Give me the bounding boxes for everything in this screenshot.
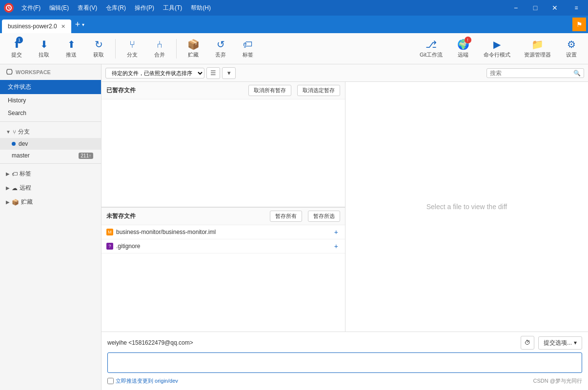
pull-button[interactable]: ⬇ 拉取 [31, 37, 57, 60]
menu-repo[interactable]: 仓库(R) [102, 2, 130, 14]
menu-file[interactable]: 文件(F) [18, 2, 44, 14]
tab-business-power[interactable]: business-power2.0 ✕ [2, 20, 71, 33]
push-button[interactable]: ⬆ 推送 [59, 37, 84, 60]
menu-bar: 文件(F) 编辑(E) 查看(V) 仓库(R) 操作(P) 工具(T) 帮助(H… [18, 2, 506, 14]
branch-item-dev[interactable]: dev [0, 138, 101, 150]
merge-button[interactable]: ⑃ 合并 [147, 37, 172, 60]
discard-button[interactable]: ↺ 丢弃 [208, 37, 233, 60]
right-toolbar: ⎇ Git工作流 🌍 ! 远端 ▶ 命令行模式 📁 资源管理器 ⚙ 设置 [414, 37, 584, 60]
menu-action[interactable]: 操作(P) [131, 2, 158, 14]
staged-files-list [101, 99, 345, 207]
branches-icon: ⑂ [13, 129, 16, 136]
staged-header: 已暂存文件 取消所有暂存 取消选定暂存 [101, 82, 345, 99]
commit-options-label: 提交选项... [544, 339, 572, 347]
remote-button[interactable]: 🌍 ! 远端 [450, 37, 476, 60]
commit-area: weiyihe <1581622479@qq.com> ⏱ 提交选项... ▾ … [101, 332, 588, 390]
search-input[interactable] [490, 70, 573, 77]
unstaged-header: 未暂存文件 暂存所有 暂存所选 [101, 207, 345, 225]
title-bar: 文件(F) 编辑(E) 查看(V) 仓库(R) 操作(P) 工具(T) 帮助(H… [0, 0, 588, 16]
tags-icon: 🏷 [12, 171, 18, 177]
menu-view[interactable]: 查看(V) [74, 2, 101, 14]
cancel-selected-staged-button[interactable]: 取消选定暂存 [297, 85, 340, 96]
content-area: 待定的文件，已依照文件状态排序 ☰ ▾ 🔍 已暂存文件 取消所有暂存 取消选定暂… [101, 64, 588, 390]
stage-file-iml-button[interactable]: + [332, 228, 340, 236]
commit-message-input[interactable] [107, 352, 582, 373]
file-item-gitignore[interactable]: ? .gitignore + [101, 239, 345, 254]
sidebar-section-remotes[interactable]: ▶ ☁ 远程 [0, 180, 101, 194]
close-button[interactable]: ✕ [545, 0, 565, 16]
footer-credit: CSDN @梦与光同行 [533, 377, 582, 385]
push-label: 推送 [66, 51, 77, 58]
branch-item-master[interactable]: master 211↑ [0, 150, 101, 161]
sidebar-item-history[interactable]: History [0, 94, 101, 107]
minimize-button[interactable]: − [506, 0, 526, 16]
tags-chevron: ▶ [6, 171, 10, 176]
commit-history-icon-button[interactable]: ⏱ [521, 336, 534, 350]
remotes-chevron: ▶ [6, 185, 10, 191]
stash-label: 贮藏 [188, 51, 199, 58]
remote-icon: 🌍 ! [457, 39, 469, 50]
search-icon: 🔍 [573, 70, 581, 77]
settings-label: 设置 [566, 51, 577, 58]
stage-all-button[interactable]: 暂存所有 [270, 211, 302, 222]
diff-panel: Select a file to view the diff [345, 82, 588, 332]
workspace-label: 🖵 WORKSPACE [0, 64, 101, 80]
commit-button[interactable]: ⬆ 1 提交 [4, 37, 29, 60]
commit-options-button[interactable]: 提交选项... ▾ [538, 336, 582, 350]
view-list-button[interactable]: ☰ [206, 67, 220, 79]
branches-chevron: ▼ [6, 129, 11, 135]
sidebar-divider-2 [0, 163, 101, 164]
diff-placeholder-text: Select a file to view the diff [426, 203, 507, 211]
file-toolbar: 待定的文件，已依照文件状态排序 ☰ ▾ 🔍 [101, 64, 588, 82]
panels-row: 已暂存文件 取消所有暂存 取消选定暂存 未暂存文件 暂存所有 暂存所选 [101, 82, 588, 332]
window-controls: − □ ✕ ≡ [506, 0, 584, 16]
sidebar-item-search[interactable]: Search [0, 107, 101, 119]
sidebar-item-file-status[interactable]: 文件状态 [0, 80, 101, 94]
sidebar-section-stashes[interactable]: ▶ 📦 贮藏 [0, 194, 101, 208]
menu-tools[interactable]: 工具(T) [159, 2, 186, 14]
fetch-button[interactable]: ↻ 获取 [86, 37, 111, 60]
gitflow-button[interactable]: ⎇ Git工作流 [414, 37, 448, 60]
branch-icon: ⑂ [129, 39, 135, 50]
push-after-commit-label: 立即推送变更到 origin/dev [116, 377, 178, 385]
menu-help[interactable]: 帮助(H) [187, 2, 215, 14]
push-after-commit-checkbox[interactable] [107, 378, 114, 384]
tab-dropdown-arrow[interactable]: ▾ [82, 22, 84, 27]
branch-dev-label: dev [19, 140, 28, 147]
main-toolbar: ⬆ 1 提交 ⬇ 拉取 ⬆ 推送 ↻ 获取 ⑂ 分支 ⑃ 合并 📦 贮藏 ↺ 丢… [0, 33, 588, 64]
tab-label: business-power2.0 [8, 23, 57, 30]
cancel-all-staged-button[interactable]: 取消所有暂存 [248, 85, 291, 96]
explorer-icon: 📁 [531, 39, 544, 50]
sidebar-divider-1 [0, 121, 101, 122]
explorer-button[interactable]: 📁 资源管理器 [518, 37, 557, 60]
new-tab-button[interactable]: + ▾ [75, 20, 85, 30]
settings-button[interactable]: ⚙ 设置 [559, 37, 584, 60]
sidebar-section-branches[interactable]: ▼ ⑂ 分支 [0, 124, 101, 138]
branch-button[interactable]: ⑂ 分支 [120, 37, 145, 60]
fetch-label: 获取 [93, 51, 104, 58]
merge-label: 合并 [154, 51, 165, 58]
app-logo [4, 3, 14, 13]
remotes-icon: ☁ [12, 185, 18, 192]
unstaged-title: 未暂存文件 [106, 212, 136, 220]
file-item-iml[interactable]: M business-monitor/business-monitor.iml … [101, 225, 345, 239]
hamburger-menu[interactable]: ≡ [568, 0, 584, 16]
unstaged-files-list: M business-monitor/business-monitor.iml … [101, 225, 345, 332]
file-iml-name: business-monitor/business-monitor.iml [116, 229, 329, 235]
sort-select[interactable]: 待定的文件，已依照文件状态排序 [105, 68, 204, 78]
commit-label: 提交 [11, 51, 22, 58]
stage-file-gitignore-button[interactable]: + [332, 242, 340, 250]
view-dropdown-button[interactable]: ▾ [222, 67, 236, 79]
tab-close-button[interactable]: ✕ [61, 23, 65, 30]
unstaged-panel: 未暂存文件 暂存所有 暂存所选 M business-monitor/busin… [101, 207, 345, 332]
tag-button[interactable]: 🏷 标签 [235, 37, 261, 60]
terminal-button[interactable]: ▶ 命令行模式 [478, 37, 516, 60]
left-panels: 已暂存文件 取消所有暂存 取消选定暂存 未暂存文件 暂存所有 暂存所选 [101, 82, 345, 332]
terminal-label: 命令行模式 [484, 51, 510, 58]
stash-button[interactable]: 📦 贮藏 [181, 37, 206, 60]
stage-selected-button[interactable]: 暂存所选 [308, 211, 340, 222]
maximize-button[interactable]: □ [526, 0, 545, 16]
menu-edit[interactable]: 编辑(E) [45, 2, 73, 14]
sidebar-section-tags[interactable]: ▶ 🏷 标签 [0, 166, 101, 180]
staged-panel: 已暂存文件 取消所有暂存 取消选定暂存 [101, 82, 345, 207]
